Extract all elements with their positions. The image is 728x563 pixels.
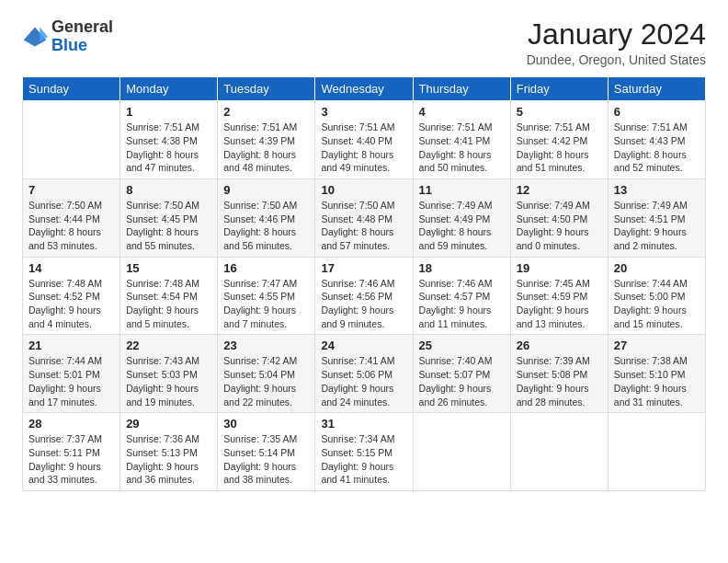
day-info: Sunrise: 7:50 AMSunset: 4:46 PMDaylight:…: [223, 199, 309, 253]
day-info: Sunrise: 7:39 AMSunset: 5:08 PMDaylight:…: [517, 354, 602, 408]
weekday-header-row: SundayMondayTuesdayWednesdayThursdayFrid…: [23, 77, 706, 101]
day-info: Sunrise: 7:44 AMSunset: 5:01 PMDaylight:…: [28, 354, 114, 408]
day-info: Sunrise: 7:35 AMSunset: 5:14 PMDaylight:…: [223, 432, 309, 487]
day-info: Sunrise: 7:48 AMSunset: 4:52 PMDaylight:…: [28, 277, 114, 331]
calendar-cell: 21Sunrise: 7:44 AMSunset: 5:01 PMDayligh…: [23, 335, 120, 413]
calendar-cell: [608, 413, 705, 491]
day-info: Sunrise: 7:49 AMSunset: 4:50 PMDaylight:…: [517, 199, 602, 253]
calendar-week-row: 21Sunrise: 7:44 AMSunset: 5:01 PMDayligh…: [23, 335, 706, 413]
day-info: Sunrise: 7:37 AMSunset: 5:11 PMDaylight:…: [28, 432, 114, 487]
logo-text: General Blue: [51, 18, 113, 55]
logo-icon: [22, 24, 48, 50]
calendar-cell: 23Sunrise: 7:42 AMSunset: 5:04 PMDayligh…: [218, 335, 315, 413]
day-number: 15: [126, 261, 211, 275]
day-info: Sunrise: 7:51 AMSunset: 4:43 PMDaylight:…: [614, 121, 700, 175]
day-number: 5: [517, 105, 602, 119]
day-number: 23: [223, 339, 309, 352]
day-number: 8: [126, 183, 211, 197]
calendar-cell: 20Sunrise: 7:44 AMSunset: 5:00 PMDayligh…: [608, 257, 705, 335]
day-number: 17: [321, 261, 406, 275]
month-title: January 2024: [527, 18, 706, 51]
day-number: 6: [614, 105, 700, 119]
weekday-header-wednesday: Wednesday: [315, 77, 413, 101]
calendar-cell: [23, 101, 120, 179]
logo-general: General: [51, 18, 113, 37]
calendar-cell: 28Sunrise: 7:37 AMSunset: 5:11 PMDayligh…: [23, 413, 120, 491]
calendar-table: SundayMondayTuesdayWednesdayThursdayFrid…: [22, 76, 706, 491]
day-info: Sunrise: 7:43 AMSunset: 5:03 PMDaylight:…: [126, 354, 211, 408]
day-info: Sunrise: 7:42 AMSunset: 5:04 PMDaylight:…: [223, 354, 309, 408]
day-number: 7: [28, 183, 114, 197]
day-number: 24: [321, 339, 406, 352]
calendar-cell: 6Sunrise: 7:51 AMSunset: 4:43 PMDaylight…: [608, 101, 705, 179]
day-number: 1: [126, 105, 211, 119]
day-info: Sunrise: 7:36 AMSunset: 5:13 PMDaylight:…: [126, 432, 211, 487]
day-info: Sunrise: 7:41 AMSunset: 5:06 PMDaylight:…: [321, 354, 406, 408]
calendar-cell: 27Sunrise: 7:38 AMSunset: 5:10 PMDayligh…: [608, 335, 705, 413]
weekday-header-sunday: Sunday: [23, 77, 120, 101]
weekday-header-saturday: Saturday: [608, 77, 705, 101]
calendar-cell: 11Sunrise: 7:49 AMSunset: 4:49 PMDayligh…: [413, 178, 510, 257]
day-info: Sunrise: 7:51 AMSunset: 4:39 PMDaylight:…: [223, 121, 309, 175]
day-info: Sunrise: 7:50 AMSunset: 4:48 PMDaylight:…: [321, 199, 406, 253]
calendar-cell: 14Sunrise: 7:48 AMSunset: 4:52 PMDayligh…: [23, 257, 120, 335]
day-number: 12: [517, 183, 602, 197]
calendar-week-row: 28Sunrise: 7:37 AMSunset: 5:11 PMDayligh…: [23, 413, 706, 491]
calendar-cell: 2Sunrise: 7:51 AMSunset: 4:39 PMDaylight…: [218, 101, 315, 179]
calendar-cell: [510, 413, 608, 491]
header: General Blue January 2024 Dundee, Oregon…: [22, 18, 706, 67]
day-info: Sunrise: 7:51 AMSunset: 4:38 PMDaylight:…: [126, 121, 211, 175]
calendar-week-row: 7Sunrise: 7:50 AMSunset: 4:44 PMDaylight…: [23, 178, 706, 257]
calendar-week-row: 14Sunrise: 7:48 AMSunset: 4:52 PMDayligh…: [23, 257, 706, 335]
calendar-cell: 4Sunrise: 7:51 AMSunset: 4:41 PMDaylight…: [413, 101, 510, 179]
calendar-cell: 3Sunrise: 7:51 AMSunset: 4:40 PMDaylight…: [315, 101, 413, 179]
calendar-cell: 31Sunrise: 7:34 AMSunset: 5:15 PMDayligh…: [315, 413, 413, 491]
calendar-cell: 24Sunrise: 7:41 AMSunset: 5:06 PMDayligh…: [315, 335, 413, 413]
day-info: Sunrise: 7:51 AMSunset: 4:41 PMDaylight:…: [419, 121, 505, 175]
day-info: Sunrise: 7:34 AMSunset: 5:15 PMDaylight:…: [321, 432, 406, 487]
day-number: 18: [419, 261, 505, 275]
day-number: 22: [126, 339, 211, 352]
day-number: 20: [614, 261, 700, 275]
day-info: Sunrise: 7:38 AMSunset: 5:10 PMDaylight:…: [614, 354, 700, 408]
calendar-cell: 8Sunrise: 7:50 AMSunset: 4:45 PMDaylight…: [120, 178, 218, 257]
day-number: 28: [28, 417, 114, 431]
day-info: Sunrise: 7:49 AMSunset: 4:51 PMDaylight:…: [614, 199, 700, 253]
logo: General Blue: [22, 18, 113, 55]
calendar-cell: 15Sunrise: 7:48 AMSunset: 4:54 PMDayligh…: [120, 257, 218, 335]
day-info: Sunrise: 7:47 AMSunset: 4:55 PMDaylight:…: [223, 277, 309, 331]
day-number: 13: [614, 183, 700, 197]
logo-blue: Blue: [51, 37, 113, 55]
calendar-cell: 29Sunrise: 7:36 AMSunset: 5:13 PMDayligh…: [120, 413, 218, 491]
calendar-cell: 12Sunrise: 7:49 AMSunset: 4:50 PMDayligh…: [510, 178, 608, 257]
day-number: 4: [419, 105, 505, 119]
day-number: 31: [321, 417, 406, 431]
calendar-cell: 13Sunrise: 7:49 AMSunset: 4:51 PMDayligh…: [608, 178, 705, 257]
title-block: January 2024 Dundee, Oregon, United Stat…: [527, 18, 706, 67]
day-number: 10: [321, 183, 406, 197]
calendar-cell: 25Sunrise: 7:40 AMSunset: 5:07 PMDayligh…: [413, 335, 510, 413]
day-info: Sunrise: 7:45 AMSunset: 4:59 PMDaylight:…: [517, 277, 602, 331]
weekday-header-thursday: Thursday: [413, 77, 510, 101]
day-info: Sunrise: 7:51 AMSunset: 4:40 PMDaylight:…: [321, 121, 406, 175]
weekday-header-monday: Monday: [120, 77, 218, 101]
day-info: Sunrise: 7:48 AMSunset: 4:54 PMDaylight:…: [126, 277, 211, 331]
day-info: Sunrise: 7:50 AMSunset: 4:45 PMDaylight:…: [126, 199, 211, 253]
day-number: 19: [517, 261, 602, 275]
day-info: Sunrise: 7:40 AMSunset: 5:07 PMDaylight:…: [419, 354, 505, 408]
calendar-cell: 30Sunrise: 7:35 AMSunset: 5:14 PMDayligh…: [218, 413, 315, 491]
day-number: 2: [223, 105, 309, 119]
day-number: 9: [223, 183, 309, 197]
day-number: 21: [28, 339, 114, 352]
weekday-header-friday: Friday: [510, 77, 608, 101]
day-info: Sunrise: 7:46 AMSunset: 4:57 PMDaylight:…: [419, 277, 505, 331]
day-number: 3: [321, 105, 406, 119]
day-info: Sunrise: 7:51 AMSunset: 4:42 PMDaylight:…: [517, 121, 602, 175]
calendar-cell: 7Sunrise: 7:50 AMSunset: 4:44 PMDaylight…: [23, 178, 120, 257]
calendar-week-row: 1Sunrise: 7:51 AMSunset: 4:38 PMDaylight…: [23, 101, 706, 179]
day-number: 25: [419, 339, 505, 352]
calendar-cell: 1Sunrise: 7:51 AMSunset: 4:38 PMDaylight…: [120, 101, 218, 179]
location: Dundee, Oregon, United States: [527, 52, 706, 67]
day-number: 30: [223, 417, 309, 431]
day-number: 29: [126, 417, 211, 431]
